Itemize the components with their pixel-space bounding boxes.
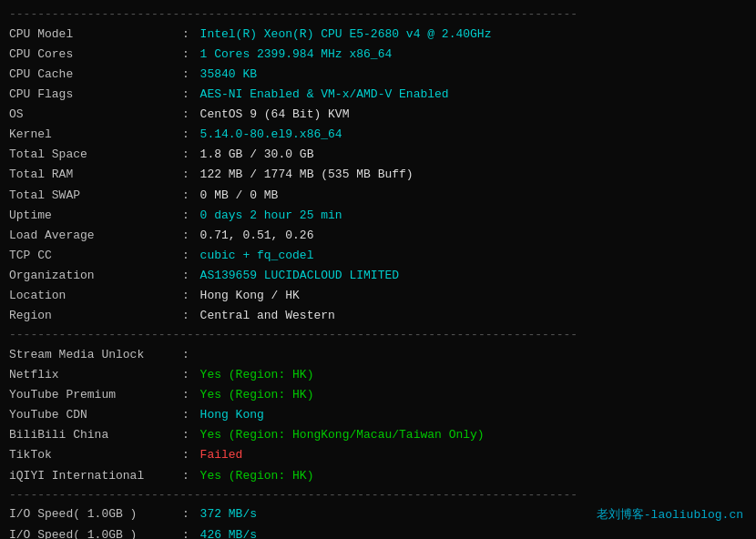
table-row: Uptime: 0 days 2 hour 25 min xyxy=(9,206,747,226)
table-row: I/O Speed( 1.0GB ): 426 MB/s xyxy=(9,525,747,539)
row-label: Uptime xyxy=(9,206,182,226)
row-colon: : xyxy=(182,45,197,65)
table-row: iQIYI International: Yes (Region: HK) xyxy=(9,466,747,486)
row-value: Intel(R) Xeon(R) CPU E5-2680 v4 @ 2.40GH… xyxy=(200,25,492,45)
row-label: CPU Model xyxy=(9,25,182,45)
row-value: 0 days 2 hour 25 min xyxy=(200,206,342,226)
row-colon: : xyxy=(182,246,197,266)
row-label: iQIYI International xyxy=(9,466,182,486)
row-colon: : xyxy=(182,445,197,465)
table-row: CPU Flags: AES-NI Enabled & VM-x/AMD-V E… xyxy=(9,85,747,105)
row-value: 5.14.0-80.el9.x86_64 xyxy=(200,125,342,145)
row-label: CPU Cores xyxy=(9,45,182,65)
table-row: YouTube CDN: Hong Kong xyxy=(9,405,747,425)
row-value: 0 MB / 0 MB xyxy=(200,186,279,206)
row-label: I/O Speed( 1.0GB ) xyxy=(9,525,182,539)
table-row: TikTok: Failed xyxy=(9,445,747,465)
row-value: 0.71, 0.51, 0.26 xyxy=(200,226,314,246)
table-row: Total Space: 1.8 GB / 30.0 GB xyxy=(9,145,747,165)
media-section: Stream Media Unlock: Netflix: Yes (Regio… xyxy=(9,345,747,486)
row-label: Load Average xyxy=(9,226,182,246)
table-row: Netflix: Yes (Region: HK) xyxy=(9,365,747,385)
row-colon: : xyxy=(182,165,197,185)
row-value: Hong Kong / HK xyxy=(200,286,300,306)
row-value: AS139659 LUCIDACLOUD LIMITED xyxy=(200,266,399,286)
row-colon: : xyxy=(182,504,197,524)
row-label: YouTube CDN xyxy=(9,405,182,425)
row-value: Hong Kong xyxy=(200,405,264,425)
row-label: Kernel xyxy=(9,125,182,145)
row-label: YouTube Premium xyxy=(9,385,182,405)
divider-top: ----------------------------------------… xyxy=(9,5,747,25)
row-label: I/O Speed( 1.0GB ) xyxy=(9,504,182,524)
table-row: Organization: AS139659 LUCIDACLOUD LIMIT… xyxy=(9,266,747,286)
table-row: OS: CentOS 9 (64 Bit) KVM xyxy=(9,105,747,125)
table-row: CPU Cores: 1 Cores 2399.984 MHz x86_64 xyxy=(9,45,747,65)
table-row: Total RAM: 122 MB / 1774 MB (535 MB Buff… xyxy=(9,165,747,185)
divider-mid2: ----------------------------------------… xyxy=(9,486,747,505)
row-value: Yes (Region: HongKong/Macau/Taiwan Only) xyxy=(200,425,485,445)
row-value: Yes (Region: HK) xyxy=(200,466,314,486)
row-colon: : xyxy=(182,226,197,246)
row-colon: : xyxy=(182,186,197,206)
row-value: 35840 KB xyxy=(200,65,257,85)
row-label: Region xyxy=(9,306,182,326)
row-colon: : xyxy=(182,365,197,385)
table-row: Kernel: 5.14.0-80.el9.x86_64 xyxy=(9,125,747,145)
row-value: Yes (Region: HK) xyxy=(200,385,314,405)
row-colon: : xyxy=(182,145,197,165)
row-label: Total Space xyxy=(9,145,182,165)
row-value: Failed xyxy=(200,445,243,465)
row-colon: : xyxy=(182,25,197,45)
table-row: Stream Media Unlock: xyxy=(9,345,747,365)
table-row: TCP CC: cubic + fq_codel xyxy=(9,246,747,266)
row-label: Netflix xyxy=(9,365,182,385)
row-label: CPU Cache xyxy=(9,65,182,85)
row-label: BiliBili China xyxy=(9,425,182,445)
row-value: Yes (Region: HK) xyxy=(200,365,314,385)
row-value: 372 MB/s xyxy=(200,504,257,524)
table-row: CPU Model: Intel(R) Xeon(R) CPU E5-2680 … xyxy=(9,25,747,45)
row-colon: : xyxy=(182,345,197,365)
table-row: BiliBili China: Yes (Region: HongKong/Ma… xyxy=(9,425,747,445)
watermark: 老刘博客-laoliublog.cn xyxy=(597,506,743,523)
row-label: Organization xyxy=(9,266,182,286)
row-colon: : xyxy=(182,425,197,445)
table-row: Load Average: 0.71, 0.51, 0.26 xyxy=(9,226,747,246)
table-row: Total SWAP: 0 MB / 0 MB xyxy=(9,186,747,206)
table-row: CPU Cache: 35840 KB xyxy=(9,65,747,85)
row-value: AES-NI Enabled & VM-x/AMD-V Enabled xyxy=(200,85,449,105)
row-colon: : xyxy=(182,405,197,425)
row-colon: : xyxy=(182,65,197,85)
row-colon: : xyxy=(182,306,197,326)
terminal: ----------------------------------------… xyxy=(9,5,747,539)
row-label: Stream Media Unlock xyxy=(9,345,182,365)
row-label: TikTok xyxy=(9,445,182,465)
row-colon: : xyxy=(182,466,197,486)
divider-mid1: ----------------------------------------… xyxy=(9,326,747,345)
row-value: 1.8 GB / 30.0 GB xyxy=(200,145,314,165)
system-section: CPU Model: Intel(R) Xeon(R) CPU E5-2680 … xyxy=(9,25,747,326)
row-colon: : xyxy=(182,105,197,125)
row-colon: : xyxy=(182,385,197,405)
row-colon: : xyxy=(182,206,197,226)
row-colon: : xyxy=(182,125,197,145)
row-label: CPU Flags xyxy=(9,85,182,105)
row-colon: : xyxy=(182,85,197,105)
row-label: Total RAM xyxy=(9,165,182,185)
row-label: TCP CC xyxy=(9,246,182,266)
row-value: 122 MB / 1774 MB (535 MB Buff) xyxy=(200,165,414,185)
table-row: Region: Central and Western xyxy=(9,306,747,326)
row-value: Central and Western xyxy=(200,306,335,326)
row-value: 1 Cores 2399.984 MHz x86_64 xyxy=(200,45,393,65)
row-label: Location xyxy=(9,286,182,306)
table-row: Location: Hong Kong / HK xyxy=(9,286,747,306)
row-value: CentOS 9 (64 Bit) KVM xyxy=(200,105,350,125)
row-value: 426 MB/s xyxy=(200,525,257,539)
row-colon: : xyxy=(182,525,197,539)
row-colon: : xyxy=(182,286,197,306)
row-label: Total SWAP xyxy=(9,186,182,206)
table-row: YouTube Premium: Yes (Region: HK) xyxy=(9,385,747,405)
row-value: cubic + fq_codel xyxy=(200,246,314,266)
row-label: OS xyxy=(9,105,182,125)
